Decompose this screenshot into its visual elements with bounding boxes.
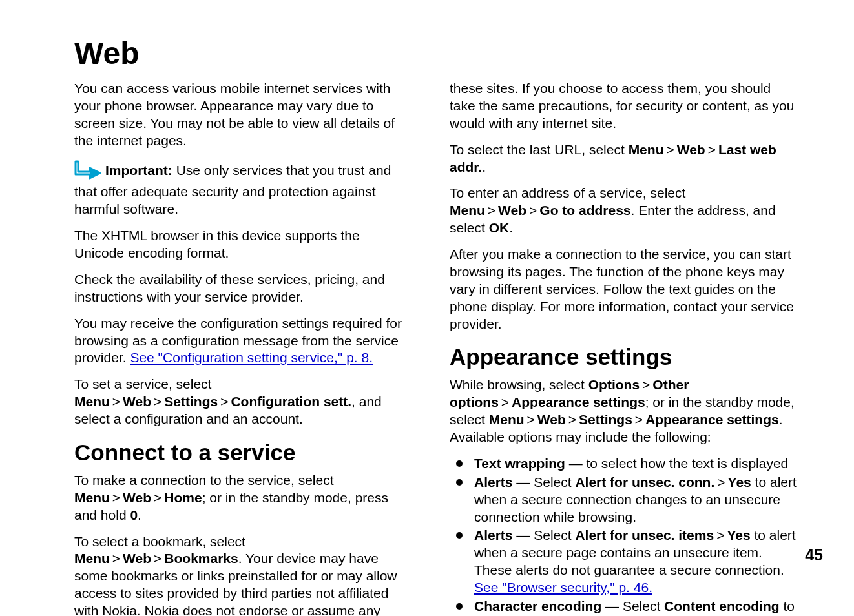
list-item: Text wrapping — to select how the text i… bbox=[450, 455, 798, 473]
list-item: Alerts — Select Alert for unsec. items>Y… bbox=[450, 527, 798, 597]
menu-label: Menu bbox=[74, 490, 110, 505]
text-wrapping-body: — to select how the text is displayed bbox=[565, 456, 789, 471]
alert-unsec-conn-label: Alert for unsec. conn. bbox=[575, 475, 714, 489]
yes-label: Yes bbox=[728, 475, 751, 489]
web-label: Web bbox=[123, 490, 151, 505]
appearance-options-list: Text wrapping — to select how the text i… bbox=[450, 455, 798, 616]
connect-heading: Connect to a service bbox=[74, 440, 410, 466]
connect-paragraph: To make a connection to the service, sel… bbox=[74, 472, 410, 524]
alert-unsec-items-label: Alert for unsec. items bbox=[575, 528, 714, 542]
breadcrumb-separator: > bbox=[112, 490, 120, 505]
breadcrumb-separator: > bbox=[112, 394, 120, 409]
menu-label: Menu bbox=[74, 551, 110, 566]
connect-post: ; or in the standby mode, press and hold bbox=[74, 490, 388, 522]
zero-key: 0 bbox=[130, 508, 138, 522]
web-label: Web bbox=[537, 412, 566, 427]
period: . bbox=[509, 220, 513, 235]
alerts-label: Alerts bbox=[474, 475, 513, 489]
breadcrumb-separator: > bbox=[529, 203, 537, 218]
important-arrow-icon bbox=[74, 159, 104, 184]
availability-paragraph: Check the availability of these services… bbox=[74, 271, 410, 306]
breadcrumb-separator: > bbox=[635, 412, 643, 427]
sites-warning-paragraph: these sites. If you choose to access the… bbox=[450, 80, 798, 132]
breadcrumb-separator: > bbox=[488, 203, 495, 218]
ok-label: OK bbox=[489, 220, 510, 235]
appearance-intro-paragraph: While browsing, select Options>Other opt… bbox=[450, 376, 798, 446]
breadcrumb-separator: > bbox=[154, 490, 161, 505]
enter-address-paragraph: To enter an address of a service, select… bbox=[450, 185, 798, 237]
web-label: Web bbox=[123, 551, 151, 566]
appearance-settings-label: Appearance settings bbox=[645, 412, 779, 427]
appearance-settings-label: Appearance settings bbox=[512, 395, 645, 409]
page-number: 45 bbox=[805, 546, 823, 564]
options-label: Options bbox=[588, 377, 640, 392]
lasturl-pre: To select the last URL, select bbox=[450, 142, 629, 157]
appearance-heading: Appearance settings bbox=[450, 344, 798, 370]
settings-label: Settings bbox=[164, 394, 218, 409]
config-service-link[interactable]: See "Configuration setting service," p. … bbox=[130, 350, 373, 365]
breadcrumb-separator: > bbox=[501, 395, 509, 409]
char-encoding-label: Character encoding bbox=[474, 599, 601, 613]
connect-pre: To make a connection to the service, sel… bbox=[74, 473, 334, 488]
important-label: Important: bbox=[105, 162, 172, 177]
web-label: Web bbox=[498, 203, 526, 218]
page-content: Web You can access various mobile intern… bbox=[0, 0, 854, 616]
page-title: Web bbox=[74, 36, 789, 71]
breadcrumb-separator: > bbox=[154, 551, 161, 566]
two-column-layout: You can access various mobile internet s… bbox=[74, 80, 789, 616]
xhtml-paragraph: The XHTML browser in this device support… bbox=[74, 227, 410, 262]
web-label: Web bbox=[677, 142, 705, 157]
last-url-paragraph: To select the last URL, select Menu>Web>… bbox=[450, 141, 798, 176]
breadcrumb-separator: > bbox=[716, 528, 724, 542]
set-service-pre: To set a service, select bbox=[74, 376, 211, 391]
breadcrumb-separator: > bbox=[717, 475, 725, 489]
breadcrumb-separator: > bbox=[642, 377, 650, 392]
yes-label: Yes bbox=[727, 528, 750, 542]
menu-label: Menu bbox=[74, 394, 110, 409]
dash-select: — Select bbox=[513, 475, 576, 489]
text-wrapping-label: Text wrapping bbox=[474, 456, 565, 471]
period: . bbox=[138, 508, 141, 522]
left-column: You can access various mobile internet s… bbox=[74, 80, 430, 616]
alerts-label: Alerts bbox=[474, 528, 513, 542]
intro-paragraph: You can access various mobile internet s… bbox=[74, 80, 410, 150]
dash-select: — Select bbox=[601, 599, 664, 613]
after-connection-paragraph: After you make a connection to the servi… bbox=[450, 246, 798, 333]
period: . bbox=[482, 159, 486, 174]
menu-label: Menu bbox=[450, 203, 485, 218]
menu-label: Menu bbox=[489, 412, 525, 427]
config-paragraph: You may receive the configuration settin… bbox=[74, 315, 410, 367]
breadcrumb-separator: > bbox=[154, 394, 161, 409]
go-to-address-label: Go to address bbox=[539, 203, 630, 218]
breadcrumb-separator: > bbox=[527, 412, 535, 427]
breadcrumb-separator: > bbox=[708, 142, 716, 157]
right-column: these sites. If you choose to access the… bbox=[430, 80, 798, 616]
important-note: Important: Use only services that you tr… bbox=[74, 159, 410, 219]
bookmark-pre: To select a bookmark, select bbox=[74, 534, 245, 549]
app-pre: While browsing, select bbox=[450, 377, 588, 392]
breadcrumb-separator: > bbox=[220, 394, 228, 409]
bookmarks-label: Bookmarks bbox=[164, 551, 238, 566]
settings-label: Settings bbox=[579, 412, 632, 427]
dash-select: — Select bbox=[513, 528, 576, 542]
bookmark-paragraph: To select a bookmark, select Menu>Web>Bo… bbox=[74, 533, 410, 617]
breadcrumb-separator: > bbox=[112, 551, 120, 566]
breadcrumb-separator: > bbox=[568, 412, 576, 427]
set-service-paragraph: To set a service, select Menu>Web>Settin… bbox=[74, 376, 410, 428]
browser-security-link[interactable]: See "Browser security," p. 46. bbox=[474, 580, 652, 595]
list-item: Character encoding — Select Content enco… bbox=[450, 598, 798, 616]
breadcrumb-separator: > bbox=[666, 142, 674, 157]
content-encoding-label: Content encoding bbox=[664, 599, 779, 613]
home-label: Home bbox=[164, 490, 202, 505]
enteraddr-pre: To enter an address of a service, select bbox=[450, 185, 685, 200]
web-label: Web bbox=[123, 394, 151, 409]
config-sett-label: Configuration sett. bbox=[231, 394, 351, 409]
menu-label: Menu bbox=[629, 142, 664, 157]
list-item: Alerts — Select Alert for unsec. conn.>Y… bbox=[450, 474, 798, 526]
